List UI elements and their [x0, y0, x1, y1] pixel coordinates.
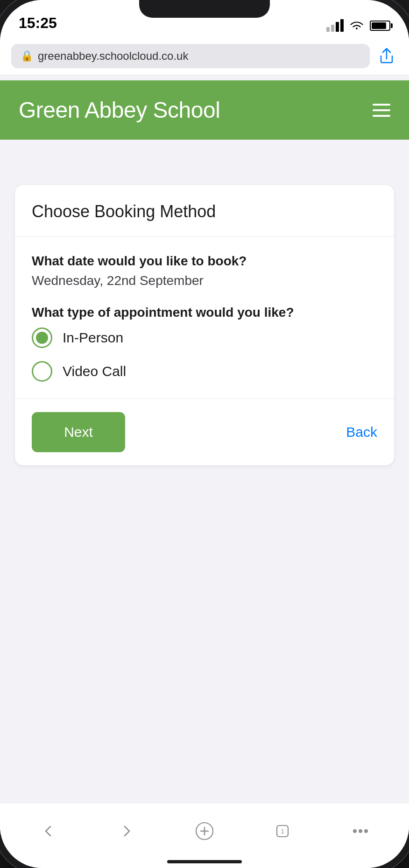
tab-switcher-button[interactable]: 1	[264, 815, 301, 847]
svg-point-3	[353, 829, 357, 833]
date-question-label: What date would you like to book?	[32, 254, 377, 269]
back-button[interactable]: Back	[346, 424, 377, 440]
video-call-radio[interactable]	[32, 361, 52, 382]
back-nav-button[interactable]	[30, 815, 67, 847]
in-person-option[interactable]: In-Person	[32, 327, 377, 348]
browser-nav: 1	[0, 803, 409, 868]
video-call-label: Video Call	[63, 363, 126, 379]
booking-card: Choose Booking Method What date would yo…	[15, 185, 394, 465]
app-title: Green Abbey School	[19, 97, 220, 123]
next-button[interactable]: Next	[32, 412, 125, 452]
notch	[139, 0, 270, 18]
signal-icon	[326, 19, 344, 32]
in-person-label: In-Person	[63, 330, 123, 346]
url-bar[interactable]: 🔒 greenabbey.schoolcloud.co.uk	[11, 44, 370, 68]
phone-frame: 15:25 🔒 greenabbey.schoolcloud.co.uk	[0, 0, 409, 868]
lock-icon: 🔒	[21, 50, 33, 62]
browser-bar: 🔒 greenabbey.schoolcloud.co.uk	[0, 37, 409, 75]
forward-nav-button[interactable]	[108, 815, 145, 847]
new-tab-button[interactable]	[186, 815, 223, 847]
url-text: greenabbey.schoolcloud.co.uk	[38, 50, 360, 63]
home-indicator	[167, 860, 242, 863]
appointment-type-group: In-Person Video Call	[32, 327, 377, 382]
share-button[interactable]	[375, 45, 398, 67]
card-header: Choose Booking Method	[15, 185, 394, 237]
app-header: Green Abbey School	[0, 80, 409, 140]
svg-point-5	[364, 829, 368, 833]
card-title: Choose Booking Method	[32, 202, 377, 221]
battery-icon	[370, 21, 390, 31]
type-question-label: What type of appointment would you like?	[32, 305, 377, 320]
svg-text:1: 1	[281, 828, 284, 835]
wifi-icon	[349, 20, 364, 31]
date-answer: Wednesday, 22nd September	[32, 273, 377, 288]
status-icons	[326, 19, 390, 32]
main-content: Choose Booking Method What date would yo…	[0, 168, 409, 803]
hamburger-menu-button[interactable]	[373, 104, 390, 117]
svg-point-4	[359, 829, 362, 833]
video-call-option[interactable]: Video Call	[32, 361, 377, 382]
more-options-button[interactable]	[342, 815, 379, 847]
in-person-radio[interactable]	[32, 327, 52, 348]
card-footer: Next Back	[15, 399, 394, 465]
card-body: What date would you like to book? Wednes…	[15, 237, 394, 399]
